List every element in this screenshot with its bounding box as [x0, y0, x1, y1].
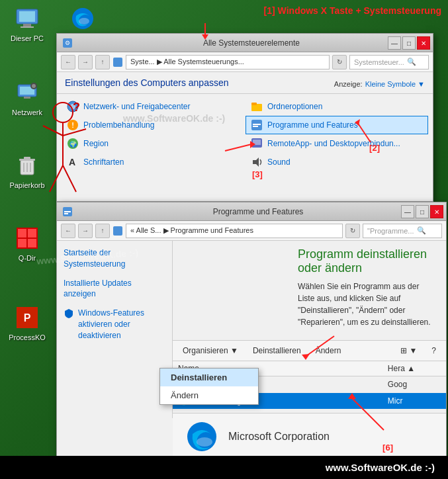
svg-rect-51	[253, 124, 261, 125]
cp-close-btn[interactable]: ✕	[417, 36, 430, 50]
cp-item-programme[interactable]: Programme und Features	[246, 116, 427, 134]
cp-netzwerk-icon	[66, 100, 79, 113]
desktop-icon-dieser-pc[interactable]: Dieser PC	[4, 5, 50, 43]
cp-programme-icon	[250, 118, 263, 132]
context-menu-aendern[interactable]: Ändern	[173, 386, 258, 404]
svg-rect-18	[24, 97, 30, 99]
cp-problem-label: Problembehandlung	[83, 120, 154, 130]
toolbar-help-btn[interactable]: ?	[426, 343, 442, 359]
prog-search-icon: 🔍	[417, 226, 426, 235]
prog-forward-btn[interactable]: →	[78, 224, 93, 238]
desktop-icon-netzwerk[interactable]: Netzwerk	[4, 79, 50, 117]
cp-search-box[interactable]: Systemsteuer... 🔍	[349, 55, 429, 69]
cp-ordner-icon	[250, 100, 263, 113]
papierkorb-label: Papierkorb	[9, 181, 44, 190]
annotation-label-1: [1] Windows X Taste + Systemsteuerung	[264, 5, 441, 16]
annotation-6: [6]	[382, 443, 393, 453]
cp-address-path[interactable]: Syste... ▶ Alle Systemsteuerungs...	[126, 55, 330, 69]
row-chrome-hersteller: Goog	[382, 376, 446, 393]
dieser-pc-icon	[14, 5, 40, 32]
prog-search-box[interactable]: "Programme... 🔍	[363, 224, 442, 238]
cp-breadcrumb-icon	[112, 57, 123, 67]
control-panel-title: Alle Systemsteuerelemente	[75, 38, 427, 48]
ms-edge-icon	[69, 5, 96, 32]
control-panel-titlebar: ⚙ Alle Systemsteuerelemente — □ ✕	[57, 34, 433, 52]
col-hersteller-header[interactable]: Hera ▲	[382, 361, 446, 376]
shield-icon	[64, 308, 74, 319]
cp-refresh-btn[interactable]: ↻	[332, 55, 347, 69]
prog-up-btn[interactable]: ↑	[95, 224, 110, 238]
programs-sidebar: Startseite der Systemsteuerung Installie…	[57, 241, 173, 418]
toolbar-aendern-btn[interactable]: Ändern	[310, 343, 347, 359]
sidebar-link-updates[interactable]: Installierte Updates anzeigen	[64, 278, 165, 300]
cp-item-sound[interactable]: Sound	[246, 153, 427, 171]
svg-point-20	[32, 84, 36, 88]
svg-point-45	[70, 104, 75, 109]
svg-rect-31	[28, 239, 36, 247]
toolbar-deinstall-label: Deinstallieren	[253, 346, 301, 355]
q-dir-icon	[14, 225, 40, 251]
prog-address-path[interactable]: « Alle S... ▶ Programme und Features	[126, 224, 343, 238]
cp-item-problem[interactable]: ! Problembehandlung	[62, 116, 244, 134]
cp-maximize-btn[interactable]: □	[402, 36, 416, 50]
programs-window: Programme und Features — □ ✕ ← → ↑ « All…	[56, 202, 447, 460]
cp-up-btn[interactable]: ↑	[95, 55, 110, 69]
toolbar-organize-btn[interactable]: Organisieren ▼	[177, 343, 244, 359]
cp-ordner-label: Ordneroptionen	[267, 102, 322, 111]
cp-item-remote[interactable]: RemoteApp- und Desktopverbindun...	[246, 135, 427, 152]
sidebar-link-features[interactable]: Windows-Features aktivieren oder deaktiv…	[64, 308, 165, 341]
cp-schrift-label: Schriftarten	[83, 157, 124, 167]
sidebar-link-startseite[interactable]: Startseite der Systemsteuerung	[64, 247, 165, 270]
company-info-bar: Microsoft Corporation [6]	[173, 413, 446, 458]
cp-search-placeholder: Systemsteuer...	[354, 58, 404, 66]
desktop-icon-q-dir[interactable]: Q-Dir	[4, 225, 50, 263]
svg-text:!: !	[71, 121, 74, 129]
prog-maximize-btn[interactable]: □	[416, 205, 429, 218]
cp-item-schrift[interactable]: A Schriftarten	[62, 153, 244, 171]
control-panel-title-icon: ⚙	[62, 38, 73, 48]
cp-remote-label: RemoteApp- und Desktopverbindun...	[267, 139, 400, 148]
ms-edge-large-icon	[186, 421, 218, 453]
programs-window-title: Programme und Features	[75, 207, 441, 216]
desktop-icon-processko[interactable]: P ProcessKO	[4, 304, 50, 342]
svg-rect-47	[251, 103, 257, 105]
control-panel-address-bar: ← → ↑ Syste... ▶ Alle Systemsteuerungs..…	[57, 52, 433, 72]
svg-rect-56	[253, 140, 261, 145]
control-panel-controls[interactable]: — □ ✕	[388, 36, 430, 50]
prog-minimize-btn[interactable]: —	[401, 205, 414, 218]
cp-anzeige-label: Anzeige:	[334, 80, 363, 88]
bottom-bar: www.SoftwareOK.de :-)	[0, 456, 448, 479]
prog-refresh-btn[interactable]: ↻	[345, 224, 360, 238]
cp-back-btn[interactable]: ←	[61, 55, 75, 69]
programs-title-icon	[62, 206, 73, 217]
programs-content: www.SoftwareOK.de :-) Programm deinstall…	[173, 241, 446, 458]
cp-remote-icon	[250, 137, 263, 150]
svg-rect-60	[64, 211, 71, 212]
cp-anzeige-link[interactable]: Kleine Symbole ▼	[365, 80, 425, 88]
cp-sound-icon	[250, 155, 263, 169]
toolbar-deinstall-btn[interactable]: Deinstallieren	[247, 343, 307, 359]
cp-address-text: Syste... ▶ Alle Systemsteuerungs...	[130, 58, 244, 66]
cp-problem-icon: !	[66, 118, 79, 132]
toolbar-view-btn[interactable]: ⊞ ▼	[394, 343, 423, 359]
context-aendern-label: Ändern	[173, 390, 199, 400]
cp-item-netzwerk[interactable]: Netzwerk- und Freigabecenter	[62, 98, 244, 115]
processko-icon: P	[14, 304, 40, 331]
prog-close-btn[interactable]: ✕	[430, 205, 443, 218]
search-icon: 🔍	[407, 58, 416, 66]
cp-forward-btn[interactable]: →	[78, 55, 93, 69]
context-menu-deinstall[interactable]: Deinstallieren	[173, 369, 258, 386]
programs-controls[interactable]: — □ ✕	[401, 205, 443, 218]
toolbar-aendern-label: Ändern	[316, 346, 341, 355]
cp-region-icon: 🌍	[66, 137, 79, 150]
prog-back-btn[interactable]: ←	[61, 224, 75, 238]
control-panel-window: ⚙ Alle Systemsteuerelemente — □ ✕ ← → ↑ …	[56, 33, 433, 202]
cp-item-ordner[interactable]: Ordneroptionen	[246, 98, 427, 115]
desktop-icon-papierkorb[interactable]: Papierkorb	[4, 152, 50, 190]
cp-netzwerk-label: Netzwerk- und Freigabecenter	[83, 102, 190, 111]
cp-minimize-btn[interactable]: —	[388, 36, 401, 50]
svg-point-15	[79, 18, 89, 24]
cp-item-region[interactable]: 🌍 Region	[62, 135, 244, 152]
svg-text:🌍: 🌍	[69, 140, 77, 148]
context-deinstall-label: Deinstallieren	[173, 372, 227, 382]
